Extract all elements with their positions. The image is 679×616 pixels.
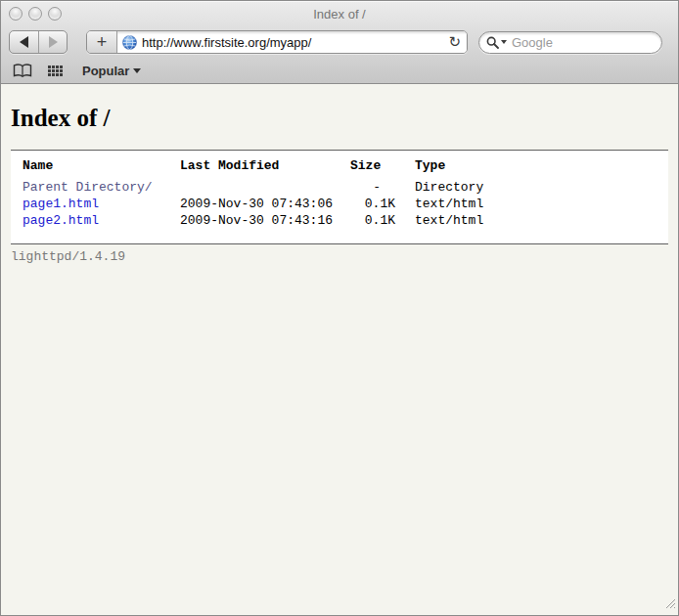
title-bar[interactable]: Index of /: [1, 1, 678, 26]
search-placeholder: Google: [512, 35, 553, 50]
file-link[interactable]: page1.html: [23, 197, 99, 211]
modified-cell: 2009-Nov-30 07:43:06: [180, 196, 350, 212]
browser-chrome: Index of / +: [1, 1, 678, 84]
top-sites-grid-icon[interactable]: [48, 66, 63, 76]
modified-cell: 2009-Nov-30 07:43:16: [180, 212, 350, 229]
table-row: page2.html 2009-Nov-30 07:43:16 0.1K tex…: [23, 212, 483, 229]
globe-favicon-icon: [122, 35, 137, 50]
back-arrow-icon: [20, 36, 28, 48]
forward-button[interactable]: [38, 31, 67, 53]
minimize-window-button[interactable]: [28, 7, 42, 21]
address-bar-group: +: [86, 30, 468, 54]
table-header-row: Name Last Modified Size Type: [23, 157, 483, 179]
file-link[interactable]: page2.html: [23, 213, 99, 228]
resize-grip[interactable]: [663, 595, 676, 613]
table-row: Parent Directory/ - Directory: [23, 179, 483, 196]
address-bar[interactable]: http://www.firstsite.org/myapp/ ↻: [117, 31, 467, 53]
column-header-name: Name: [23, 157, 180, 179]
column-header-type: Type: [395, 157, 483, 179]
toolbar: +: [1, 26, 678, 58]
window-controls: [9, 7, 62, 21]
browser-window: Index of / +: [0, 0, 679, 616]
page-title: Index of /: [11, 105, 668, 132]
bookmarks-bar: Popular: [1, 58, 678, 83]
type-cell: text/html: [395, 196, 483, 212]
type-cell: text/html: [395, 212, 483, 229]
column-header-size: Size: [350, 157, 395, 179]
close-window-button[interactable]: [9, 7, 23, 21]
server-signature: lighttpd/1.4.19: [11, 249, 668, 264]
new-tab-button[interactable]: +: [87, 31, 117, 53]
bookmark-item-label: Popular: [82, 64, 129, 78]
search-field[interactable]: Google: [478, 31, 662, 54]
magnifier-icon: [486, 36, 499, 49]
table-row: page1.html 2009-Nov-30 07:43:06 0.1K tex…: [23, 196, 483, 212]
reload-icon[interactable]: ↻: [448, 33, 461, 51]
size-cell: 0.1K: [350, 212, 395, 229]
forward-arrow-icon: [49, 36, 58, 48]
search-options-caret-icon[interactable]: [501, 40, 507, 44]
size-cell: -: [350, 179, 395, 196]
back-button[interactable]: [10, 31, 38, 53]
url-text[interactable]: http://www.firstsite.org/myapp/: [142, 35, 444, 50]
window-title: Index of /: [1, 7, 678, 22]
zoom-window-button[interactable]: [48, 7, 62, 21]
type-cell: Directory: [395, 179, 483, 196]
navigation-buttons: [9, 30, 68, 54]
column-header-modified: Last Modified: [180, 157, 350, 179]
directory-table: Name Last Modified Size Type Parent Dire…: [23, 157, 483, 229]
modified-cell: [180, 179, 350, 196]
page-content: Index of / Name Last Modified Size Type …: [1, 105, 678, 616]
chevron-down-icon: [133, 68, 141, 73]
size-cell: 0.1K: [350, 196, 395, 212]
directory-listing: Name Last Modified Size Type Parent Dire…: [11, 150, 668, 244]
bookmarks-book-icon[interactable]: [13, 64, 32, 78]
parent-directory-link[interactable]: Parent Directory/: [23, 180, 153, 195]
bookmark-item-popular[interactable]: Popular: [82, 64, 141, 78]
